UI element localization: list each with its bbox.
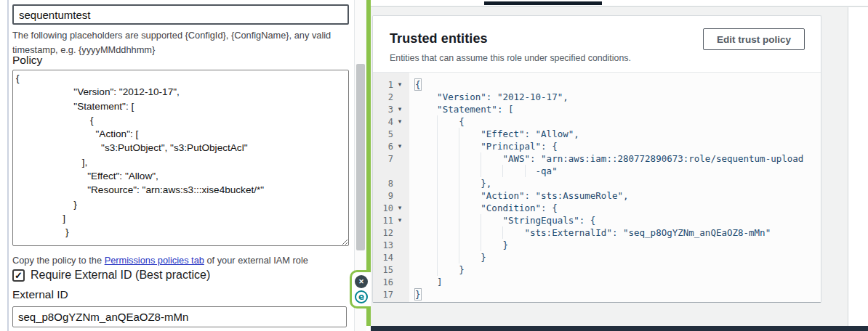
line-number: 11 [373, 216, 393, 226]
indent-guide [437, 140, 438, 152]
code-lines: 1▾{2 "Version": "2012-10-17",3▾ "Stateme… [373, 78, 821, 301]
code-line: 5 "Effect": "Allow", [373, 128, 821, 140]
fold-toggle-icon[interactable]: ▾ [393, 103, 406, 115]
external-id-input[interactable] [12, 306, 347, 327]
indent-guide [459, 214, 459, 226]
fold-toggle-icon[interactable]: ▾ [393, 78, 406, 91]
indent-guide [437, 263, 438, 276]
indent-guide [459, 189, 459, 202]
code-line: 15 } [373, 263, 821, 276]
trust-policy-code-editor[interactable]: 1▾{2 "Version": "2012-10-17",3▾ "Stateme… [373, 73, 821, 302]
indent-guide [459, 226, 459, 239]
fold-toggle-icon[interactable]: ▾ [393, 214, 406, 226]
trusted-entities-card: Trusted entities Entities that can assum… [372, 15, 821, 303]
line-number: 5 [373, 129, 393, 139]
indent-guide [502, 165, 503, 177]
code-line: 7 "AWS": "arn:aws:iam::280772890673:role… [373, 152, 821, 165]
code-line: 10▾ "Condition": { [373, 202, 821, 214]
code-line: 13 } [373, 239, 821, 251]
line-number: 15 [373, 265, 393, 275]
indent-guide [437, 202, 438, 214]
line-number: 3 [373, 105, 393, 115]
line-number: 1 [373, 80, 393, 90]
indent-guide [459, 239, 459, 251]
indent-guide [437, 214, 438, 226]
code-line: 9 "Action": "sts:AssumeRole", [373, 189, 821, 202]
indent-guide [459, 251, 459, 263]
code-line: 4▾ { [373, 115, 821, 128]
copy-policy-hint: Copy the policy to the Permissions polic… [12, 255, 347, 266]
code-line: 2 "Version": "2012-10-17", [373, 91, 821, 103]
line-number: 4 [373, 117, 393, 127]
extension-e-icon[interactable]: e [355, 290, 368, 303]
indent-guide [481, 152, 481, 165]
aws-console-panel: Trusted entities Entities that can assum… [371, 0, 868, 331]
indent-guide [459, 140, 459, 152]
indent-guide [437, 165, 438, 177]
screen: The following placeholders are supported… [0, 0, 868, 331]
indent-guide [481, 239, 481, 251]
fold-toggle-icon[interactable]: ▾ [393, 202, 406, 214]
policy-label: Policy [12, 54, 42, 67]
right-side-gutter [848, 7, 868, 326]
card-subtitle: Entities that can assume this role under… [390, 53, 806, 63]
indent-guide [437, 226, 438, 239]
line-number: 17 [373, 290, 393, 300]
indent-guide [437, 115, 438, 128]
indent-guide [437, 152, 438, 165]
fold-toggle-icon[interactable]: ▾ [393, 140, 406, 152]
extension-overlay-badge: ✕ e [350, 270, 371, 308]
code-line: 6▾ "Principal": { [373, 140, 821, 152]
indent-guide [459, 202, 459, 214]
placeholder-helper-text: The following placeholders are supported… [12, 28, 344, 58]
indent-guide [481, 226, 481, 239]
indent-guide [459, 128, 459, 140]
code-line: 1▾{ [373, 78, 821, 91]
code-line: 8 }, [373, 177, 821, 189]
line-number: 13 [373, 240, 393, 250]
checkmark-icon: ✓ [15, 270, 23, 281]
line-number: 7 [373, 154, 393, 164]
indent-guide [459, 177, 459, 189]
line-number: 6 [373, 142, 393, 152]
indent-guide [502, 226, 503, 239]
active-tab-underline [484, 1, 602, 5]
permissions-policies-link[interactable]: Permissions policies tab [105, 255, 204, 266]
code-line: -qa" [373, 165, 821, 177]
indent-guide [437, 239, 438, 251]
line-number: 2 [373, 92, 393, 102]
code-line: 3▾ "Statement": [ [373, 103, 821, 115]
dialog-left-border [7, 0, 9, 331]
line-number: 9 [373, 191, 393, 201]
indent-guide [459, 152, 459, 165]
indent-guide [437, 189, 438, 202]
line-number: 16 [373, 277, 393, 287]
indent-guide [481, 214, 481, 226]
fold-toggle-icon[interactable]: ▾ [393, 115, 406, 128]
line-number: 10 [373, 203, 393, 213]
line-number: 8 [373, 179, 393, 189]
card-header: Trusted entities Entities that can assum… [373, 16, 821, 73]
edit-trust-policy-button[interactable]: Edit trust policy [703, 28, 805, 50]
policy-textarea[interactable] [12, 70, 349, 246]
copy-policy-text-before: Copy the policy to the [12, 255, 105, 266]
require-external-id-row: ✓ Require External ID (Best practice) [12, 269, 210, 282]
line-number: 14 [373, 253, 393, 263]
require-external-id-label: Require External ID (Best practice) [31, 269, 210, 282]
close-icon[interactable]: ✕ [355, 275, 368, 288]
indent-guide [437, 128, 438, 140]
external-id-label: External ID [12, 288, 68, 301]
code-line: 16 ] [373, 276, 821, 288]
require-external-id-checkbox[interactable]: ✓ [12, 269, 25, 282]
vertical-scrollbar-thumb[interactable] [356, 64, 365, 250]
indent-guide [525, 165, 526, 177]
code-line: 14 } [373, 251, 821, 263]
console-footer-bar [371, 326, 868, 331]
code-line: 17} [373, 288, 821, 301]
code-line: 12 "sts:ExternalId": "seq_p8OgYZNm_anQEa… [373, 226, 821, 239]
indent-guide [437, 251, 438, 263]
indent-guide [481, 165, 481, 177]
tab-bar-bottom [371, 0, 868, 7]
indent-guide [437, 177, 438, 189]
name-input[interactable] [12, 4, 349, 25]
